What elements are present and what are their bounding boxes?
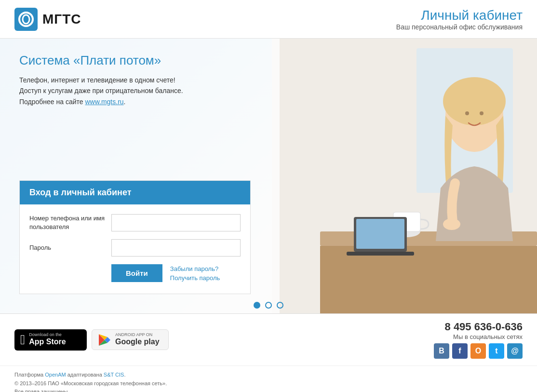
- copyright-line2: © 2013–2016 ПАО «Московская городская те…: [14, 379, 523, 388]
- app-store-text: Download on the App Store: [29, 333, 66, 346]
- copyright-line1: Платформа OpenAM адаптирована S&T CIS.: [14, 371, 523, 379]
- app-store-top-text: Download on the: [29, 333, 66, 337]
- hero-image-area: [272, 39, 537, 313]
- social-icons: В f О t @: [434, 343, 523, 359]
- login-button[interactable]: Войти: [111, 264, 162, 282]
- hero-illustration: [272, 39, 537, 313]
- login-form-container: Вход в личный кабинет Номер телефона или…: [19, 180, 251, 294]
- mgts-logo-icon: [14, 8, 38, 31]
- google-play-icon: [98, 333, 111, 347]
- apple-icon: : [20, 332, 25, 348]
- page-footer:  Download on the App Store ANDROID APP …: [0, 313, 537, 392]
- slider-dots: [254, 302, 283, 309]
- svg-rect-0: [14, 8, 38, 31]
- login-form-header: Вход в личный кабинет: [20, 181, 250, 204]
- google-play-top-text: ANDROID APP ON: [115, 333, 160, 337]
- social-twitter-icon[interactable]: t: [489, 343, 504, 359]
- password-row: Пароль: [29, 239, 241, 257]
- svg-point-13: [443, 218, 460, 230]
- phone-label: Номер телефона или имя пользователя: [29, 214, 111, 231]
- google-play-text: ANDROID APP ON Google play: [115, 333, 160, 346]
- svg-rect-16: [347, 252, 414, 256]
- password-input[interactable]: [111, 239, 241, 257]
- svg-rect-6: [320, 246, 537, 313]
- page-title: Личный кабинет: [396, 8, 523, 23]
- form-actions: Войти Забыли пароль? Получить пароль: [111, 264, 241, 282]
- social-email-icon[interactable]: @: [507, 343, 523, 359]
- social-facebook-icon[interactable]: f: [452, 343, 468, 359]
- forgot-links: Забыли пароль? Получить пароль: [170, 265, 220, 282]
- svg-point-12: [480, 111, 483, 115]
- login-form-body: Номер телефона или имя пользователя Паро…: [20, 204, 250, 294]
- svg-point-10: [443, 77, 506, 125]
- slider-dot-3[interactable]: [277, 302, 283, 309]
- logo-text: МГТС: [42, 12, 81, 27]
- main-content: Система «Плати потом» Телефон, интернет …: [0, 39, 537, 313]
- svg-rect-15: [356, 219, 404, 249]
- svg-point-11: [465, 111, 469, 115]
- footer-top:  Download on the App Store ANDROID APP …: [0, 314, 537, 366]
- slider-dot-1[interactable]: [254, 302, 260, 309]
- social-label: Мы в социальных сетях: [434, 333, 523, 340]
- copyright-line3: Все права защищены.: [14, 388, 523, 392]
- social-vk-icon[interactable]: В: [434, 343, 449, 359]
- forgot-password-link[interactable]: Забыли пароль?: [170, 265, 220, 272]
- promo-description: Телефон, интернет и телевидение в одном …: [19, 75, 260, 107]
- password-label: Пароль: [29, 243, 111, 252]
- logo-area: МГТС: [14, 8, 81, 31]
- footer-bottom: Платформа OpenAM адаптирована S&T CIS. ©…: [0, 366, 537, 392]
- google-play-button[interactable]: ANDROID APP ON Google play: [92, 329, 169, 350]
- phone-input[interactable]: [111, 214, 241, 231]
- slider-dot-2[interactable]: [265, 302, 272, 309]
- openam-link[interactable]: OpenAM: [45, 372, 66, 378]
- footer-contact: 8 495 636-0-636 Мы в социальных сетях В …: [434, 321, 523, 359]
- google-play-main-text: Google play: [115, 337, 160, 346]
- app-buttons:  Download on the App Store ANDROID APP …: [14, 329, 169, 351]
- page-subtitle: Ваш персональный офис обслуживания: [396, 23, 523, 31]
- header-right: Личный кабинет Ваш персональный офис обс…: [396, 8, 523, 31]
- promo-panel: Система «Плати потом» Телефон, интернет …: [0, 39, 280, 313]
- app-store-button[interactable]:  Download on the App Store: [14, 329, 87, 351]
- promo-title: Система «Плати потом»: [19, 53, 260, 68]
- page-header: МГТС Личный кабинет Ваш персональный офи…: [0, 0, 537, 39]
- social-ok-icon[interactable]: О: [470, 343, 486, 359]
- get-password-link[interactable]: Получить пароль: [170, 274, 220, 282]
- phone-number: 8 495 636-0-636: [434, 321, 523, 333]
- phone-row: Номер телефона или имя пользователя: [29, 214, 241, 231]
- mgts-link[interactable]: www.mgts.ru: [85, 98, 123, 106]
- app-store-main-text: App Store: [29, 337, 66, 346]
- st-cis-link[interactable]: S&T CIS: [104, 372, 124, 378]
